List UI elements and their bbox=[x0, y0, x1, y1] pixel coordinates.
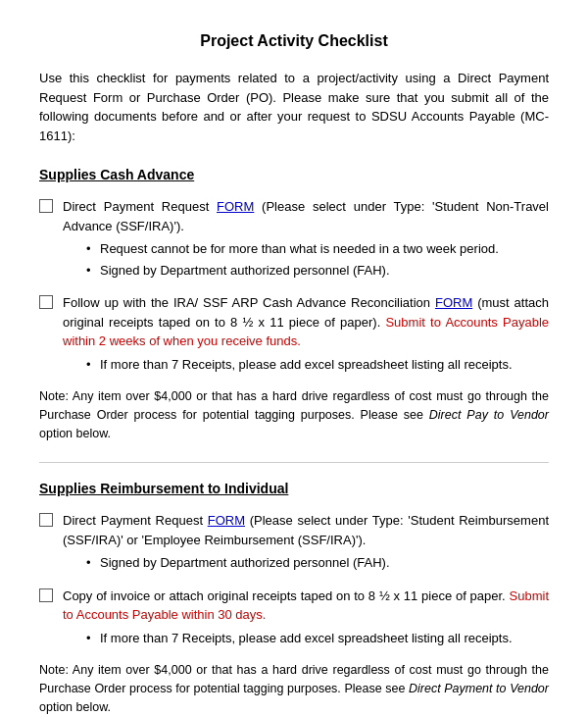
checklist-item-sca-2: Follow up with the IRA/ SSF ARP Cash Adv… bbox=[39, 293, 549, 380]
item-text-sri-2: Copy of invoice or attach original recei… bbox=[63, 587, 549, 654]
item-text-sri-1: Direct Payment Request FORM (Please sele… bbox=[63, 511, 549, 579]
item-text-sca-1: Direct Payment Request FORM (Please sele… bbox=[63, 197, 549, 285]
sub-list-sri-2: If more than 7 Receipts, please add exce… bbox=[86, 629, 549, 648]
sub-item-sca-1-2: Signed by Department authorized personne… bbox=[86, 261, 549, 281]
checklist-item-sri-1: Direct Payment Request FORM (Please sele… bbox=[39, 511, 549, 579]
form-link-sca-2[interactable]: FORM bbox=[435, 295, 472, 310]
sub-item-sri-1-1: Signed by Department authorized personne… bbox=[86, 553, 549, 573]
page-title: Project Activity Checklist bbox=[39, 29, 549, 53]
section-title-reimbursement: Supplies Reimbursement to Individual bbox=[39, 479, 549, 499]
section-title-cash-advance: Supplies Cash Advance bbox=[39, 165, 549, 185]
item-text-before-link-sri-2: Copy of invoice or attach original recei… bbox=[63, 588, 510, 603]
note-reimbursement: Note: Any item over $4,000 or that has a… bbox=[39, 661, 549, 716]
intro-text: Use this checklist for payments related … bbox=[39, 69, 549, 145]
note-suffix-sri: option below. bbox=[39, 700, 111, 714]
sub-list-sri-1: Signed by Department authorized personne… bbox=[86, 553, 549, 573]
checklist-item-sca-1: Direct Payment Request FORM (Please sele… bbox=[39, 197, 549, 285]
checkbox-sca-1[interactable] bbox=[39, 199, 53, 213]
item-text-before-link-sca-2: Follow up with the IRA/ SSF ARP Cash Adv… bbox=[63, 295, 435, 310]
item-text-before-link-sca-1: Direct Payment Request bbox=[63, 199, 217, 214]
note-suffix-sca: option below. bbox=[39, 427, 111, 440]
checkbox-sca-2[interactable] bbox=[39, 295, 53, 309]
section-supplies-reimbursement: Supplies Reimbursement to Individual Dir… bbox=[39, 479, 549, 716]
sub-item-sri-2-1: If more than 7 Receipts, please add exce… bbox=[86, 629, 549, 648]
note-cash-advance: Note: Any item over $4,000 or that has a… bbox=[39, 387, 549, 442]
form-link-sca-1[interactable]: FORM bbox=[217, 199, 254, 214]
item-text-sca-2: Follow up with the IRA/ SSF ARP Cash Adv… bbox=[63, 293, 549, 380]
note-italic-sca: Direct Pay to Vendor bbox=[429, 408, 549, 422]
checkbox-sri-2[interactable] bbox=[39, 588, 53, 602]
sub-item-sca-2-1: If more than 7 Receipts, please add exce… bbox=[86, 355, 549, 375]
checklist-item-sri-2: Copy of invoice or attach original recei… bbox=[39, 587, 549, 654]
sub-list-sca-2: If more than 7 Receipts, please add exce… bbox=[86, 355, 549, 375]
checkbox-sri-1[interactable] bbox=[39, 513, 53, 527]
item-text-before-link-sri-1: Direct Payment Request bbox=[63, 513, 208, 528]
note-italic-sri: Direct Payment to Vendor bbox=[409, 682, 549, 695]
sub-list-sca-1: Request cannot be for more than what is … bbox=[86, 239, 549, 280]
form-link-sri-1[interactable]: FORM bbox=[208, 513, 245, 528]
sub-item-sca-1-1: Request cannot be for more than what is … bbox=[86, 239, 549, 259]
section-divider bbox=[39, 462, 549, 463]
section-supplies-cash-advance: Supplies Cash Advance Direct Payment Req… bbox=[39, 165, 549, 442]
